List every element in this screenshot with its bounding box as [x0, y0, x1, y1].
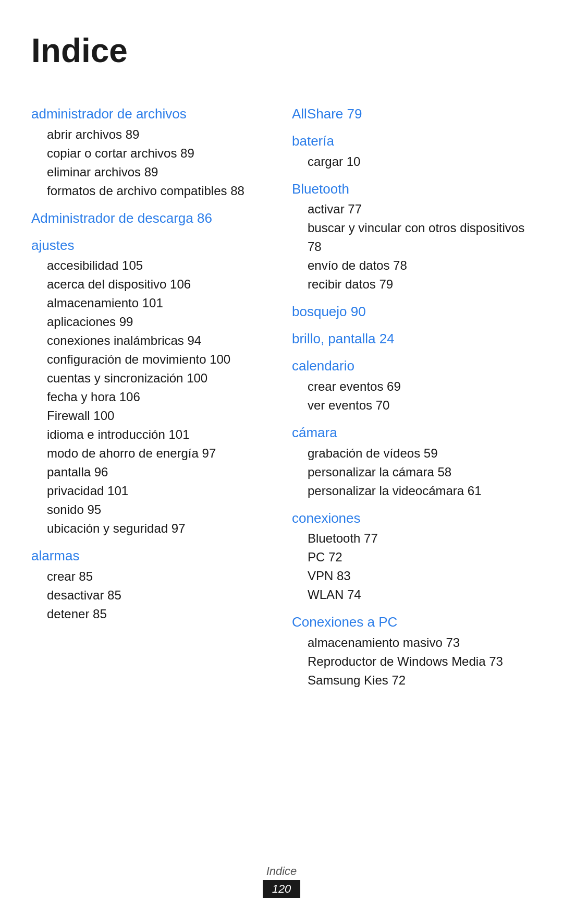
index-subitem: almacenamiento 101: [31, 294, 271, 313]
index-subitem: crear eventos 69: [292, 377, 532, 396]
index-subitem: ver eventos 70: [292, 396, 532, 415]
index-subitem: personalizar la videocámara 61: [292, 482, 532, 500]
index-subitem: desactivar 85: [31, 586, 271, 605]
index-subitem: cuentas y sincronización 100: [31, 369, 271, 388]
index-subitem: grabación de vídeos 59: [292, 444, 532, 463]
index-heading: bosquejo 90: [292, 303, 532, 321]
page-title: Indice: [31, 31, 532, 70]
index-subitem: recibir datos 79: [292, 275, 532, 294]
index-subitem: pantalla 96: [31, 463, 271, 482]
index-heading: calendario: [292, 357, 532, 375]
index-subitem: envío de datos 78: [292, 256, 532, 275]
index-heading: administrador de archivos: [31, 105, 271, 123]
index-subitem: PC 72: [292, 548, 532, 567]
index-subitem: aplicaciones 99: [31, 313, 271, 331]
index-subitem: crear 85: [31, 567, 271, 586]
index-subitem: Bluetooth 77: [292, 529, 532, 548]
index-subitem: Samsung Kies 72: [292, 671, 532, 690]
index-subitem: configuración de movimiento 100: [31, 350, 271, 369]
index-subitem: VPN 83: [292, 567, 532, 585]
index-heading: conexiones: [292, 510, 532, 527]
index-heading: Bluetooth: [292, 181, 532, 198]
right-column: AllShare 79bateríacargar 10Bluetoothacti…: [292, 96, 532, 690]
index-heading: cámara: [292, 424, 532, 442]
index-subitem: activar 77: [292, 200, 532, 219]
index-subitem: copiar o cortar archivos 89: [31, 144, 271, 163]
index-subitem: acerca del dispositivo 106: [31, 275, 271, 294]
index-subitem: cargar 10: [292, 152, 532, 171]
index-subitem: idioma e introducción 101: [31, 425, 271, 444]
index-subitem: abrir archivos 89: [31, 125, 271, 144]
index-heading: Administrador de descarga 86: [31, 210, 271, 227]
index-heading: brillo, pantalla 24: [292, 330, 532, 348]
footer-label: Indice: [0, 865, 563, 878]
index-subitem: almacenamiento masivo 73: [292, 633, 532, 652]
index-subitem: Firewall 100: [31, 406, 271, 425]
index-subitem: buscar y vincular con otros dispositivos…: [292, 219, 532, 256]
index-subitem: detener 85: [31, 605, 271, 623]
index-subitem: sonido 95: [31, 500, 271, 519]
index-subitem: WLAN 74: [292, 585, 532, 604]
index-heading: Conexiones a PC: [292, 614, 532, 631]
index-subitem: personalizar la cámara 58: [292, 463, 532, 482]
index-subitem: modo de ahorro de energía 97: [31, 444, 271, 463]
index-heading: batería: [292, 133, 532, 150]
index-subitem: conexiones inalámbricas 94: [31, 331, 271, 350]
index-heading: alarmas: [31, 547, 271, 565]
index-subitem: accesibilidad 105: [31, 256, 271, 275]
index-subitem: fecha y hora 106: [31, 388, 271, 406]
index-subitem: ubicación y seguridad 97: [31, 519, 271, 538]
footer: Indice 120: [0, 865, 563, 898]
left-column: administrador de archivosabrir archivos …: [31, 96, 271, 690]
index-heading: ajustes: [31, 237, 271, 255]
index-heading: AllShare 79: [292, 105, 532, 123]
footer-pagenum: 120: [263, 880, 301, 898]
index-subitem: eliminar archivos 89: [31, 163, 271, 182]
index-subitem: privacidad 101: [31, 482, 271, 500]
index-subitem: formatos de archivo compatibles 88: [31, 182, 271, 200]
index-subitem: Reproductor de Windows Media 73: [292, 652, 532, 671]
